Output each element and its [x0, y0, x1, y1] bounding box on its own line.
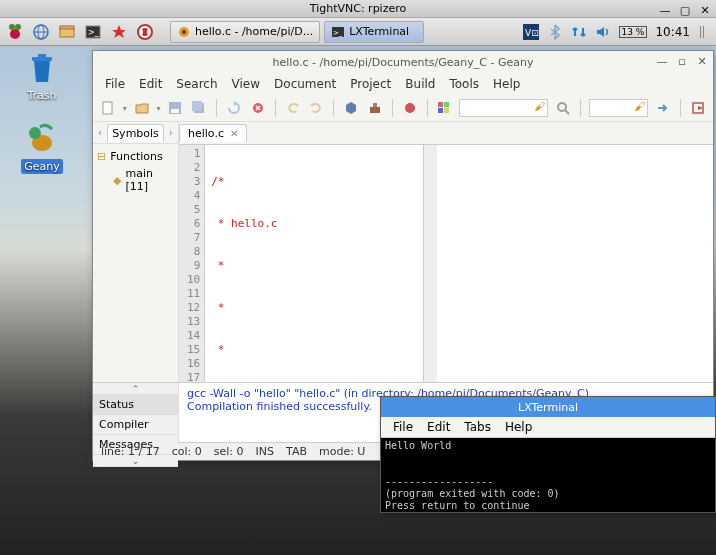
- reload-icon[interactable]: [225, 99, 243, 117]
- new-file-icon[interactable]: [99, 99, 117, 117]
- file-tab-hello[interactable]: hello.c ✕: [179, 124, 247, 142]
- menu-help[interactable]: Help: [487, 75, 526, 93]
- svg-marker-32: [310, 103, 313, 107]
- taskbar-item-geany[interactable]: hello.c - /home/pi/D...: [170, 21, 320, 43]
- sidebar-next-icon[interactable]: ›: [164, 126, 178, 139]
- app-icon[interactable]: [108, 21, 130, 43]
- sidebar-prev-icon[interactable]: ‹: [93, 126, 107, 139]
- vertical-scrollbar[interactable]: [423, 145, 437, 382]
- menu-edit[interactable]: Edit: [421, 419, 456, 435]
- goto-icon[interactable]: [654, 99, 672, 117]
- svg-rect-34: [370, 107, 380, 113]
- taskbar-item-lxterminal[interactable]: >_ LXTerminal: [324, 21, 424, 43]
- build-icon[interactable]: [366, 99, 384, 117]
- desktop-icon-trash[interactable]: Trash: [12, 50, 72, 103]
- svg-rect-39: [438, 108, 443, 113]
- web-browser-icon[interactable]: [30, 21, 52, 43]
- open-file-icon[interactable]: [133, 99, 151, 117]
- close-icon[interactable]: ✕: [698, 2, 712, 16]
- svg-rect-37: [438, 102, 443, 107]
- geany-title-bar[interactable]: hello.c - /home/pi/Documents/Geany_C - G…: [93, 51, 713, 73]
- save-all-icon[interactable]: [190, 99, 208, 117]
- search-icon[interactable]: [554, 99, 572, 117]
- svg-line-42: [565, 110, 569, 114]
- code-content[interactable]: /* * hello.c * * * */ #include <stdio.h>…: [205, 145, 422, 382]
- svg-rect-35: [373, 103, 377, 107]
- menu-file[interactable]: File: [387, 419, 419, 435]
- symbol-label: Functions: [110, 150, 163, 163]
- svg-point-1: [9, 24, 15, 30]
- menu-search[interactable]: Search: [170, 75, 223, 93]
- vnc-tray-icon[interactable]: V⊡: [523, 24, 539, 40]
- quit-icon[interactable]: [689, 99, 707, 117]
- menu-tools[interactable]: Tools: [443, 75, 485, 93]
- dropdown-icon[interactable]: ▾: [123, 104, 127, 113]
- sidebar-tab-symbols[interactable]: Symbols: [107, 124, 164, 142]
- svg-point-13: [182, 30, 186, 34]
- folder-icon: ⊟: [97, 150, 106, 163]
- terminal-launcher-icon[interactable]: >_: [82, 21, 104, 43]
- maximize-icon[interactable]: ▫: [675, 55, 689, 69]
- run-icon[interactable]: [401, 99, 419, 117]
- msg-scroll-up-icon[interactable]: ⌃: [93, 383, 178, 395]
- svg-point-0: [10, 29, 20, 39]
- taskbar-item-label: hello.c - /home/pi/D...: [195, 25, 313, 38]
- menu-tabs[interactable]: Tabs: [458, 419, 497, 435]
- menu-edit[interactable]: Edit: [133, 75, 168, 93]
- msg-tab-compiler[interactable]: Compiler: [93, 415, 178, 435]
- msg-tab-status[interactable]: Status: [93, 395, 178, 415]
- code-editor[interactable]: 1234567891011121314151617 /* * hello.c *…: [179, 144, 713, 382]
- color-picker-icon[interactable]: [436, 99, 454, 117]
- goto-line-field[interactable]: [589, 99, 648, 117]
- menu-help[interactable]: Help: [499, 419, 538, 435]
- terminal-output[interactable]: Hello World ------------------ (program …: [381, 438, 715, 512]
- symbol-main[interactable]: ◆ main [11]: [97, 165, 174, 195]
- svg-point-2: [15, 24, 21, 30]
- status-mode: mode: U: [319, 445, 365, 458]
- system-tray: V⊡ 13 % 10:41: [523, 24, 712, 40]
- svg-rect-21: [38, 54, 46, 57]
- close-icon[interactable]: ✕: [695, 55, 709, 69]
- geany-icon: [24, 121, 60, 157]
- volume-icon[interactable]: [595, 24, 611, 40]
- svg-rect-20: [32, 57, 52, 61]
- minimize-icon[interactable]: —: [655, 55, 669, 69]
- app-icon-2[interactable]: [134, 21, 156, 43]
- vnc-title-bar: TightVNC: rpizero — ▢ ✕: [0, 0, 716, 18]
- svg-point-41: [558, 103, 566, 111]
- maximize-icon[interactable]: ▢: [678, 2, 692, 16]
- compile-icon[interactable]: [342, 99, 360, 117]
- close-tab-icon[interactable]: ✕: [230, 128, 238, 139]
- svg-rect-7: [60, 26, 74, 29]
- symbol-category-functions[interactable]: ⊟ Functions: [97, 148, 174, 165]
- menu-view[interactable]: View: [226, 75, 266, 93]
- undo-icon[interactable]: [284, 99, 302, 117]
- clock[interactable]: 10:41: [655, 25, 690, 39]
- redo-icon[interactable]: [307, 99, 325, 117]
- svg-rect-40: [444, 108, 449, 113]
- dropdown-icon[interactable]: ▾: [157, 104, 161, 113]
- menu-project[interactable]: Project: [344, 75, 397, 93]
- minimize-icon[interactable]: —: [658, 2, 672, 16]
- close-file-icon[interactable]: [249, 99, 267, 117]
- raspberry-menu-icon[interactable]: [4, 21, 26, 43]
- lxterminal-title-bar[interactable]: LXTerminal: [381, 397, 715, 417]
- geany-menubar: File Edit Search View Document Project B…: [93, 73, 713, 95]
- menu-document[interactable]: Document: [268, 75, 342, 93]
- desktop-icon-geany[interactable]: Geany: [12, 121, 72, 174]
- file-manager-icon[interactable]: [56, 21, 78, 43]
- panel-handle-icon[interactable]: [698, 24, 706, 40]
- search-field[interactable]: [459, 99, 548, 117]
- bluetooth-icon[interactable]: [547, 24, 563, 40]
- lxterminal-title-text: LXTerminal: [518, 401, 578, 414]
- svg-point-23: [29, 127, 41, 139]
- network-icon[interactable]: [571, 24, 587, 40]
- svg-text:>_: >_: [333, 29, 343, 37]
- taskbar-item-label: LXTerminal: [349, 25, 409, 38]
- save-icon[interactable]: [167, 99, 185, 117]
- menu-file[interactable]: File: [99, 75, 131, 93]
- menu-build[interactable]: Build: [399, 75, 441, 93]
- lxterminal-window: LXTerminal File Edit Tabs Help Hello Wor…: [380, 396, 716, 513]
- battery-indicator[interactable]: 13 %: [619, 26, 648, 38]
- svg-rect-18: [700, 26, 701, 38]
